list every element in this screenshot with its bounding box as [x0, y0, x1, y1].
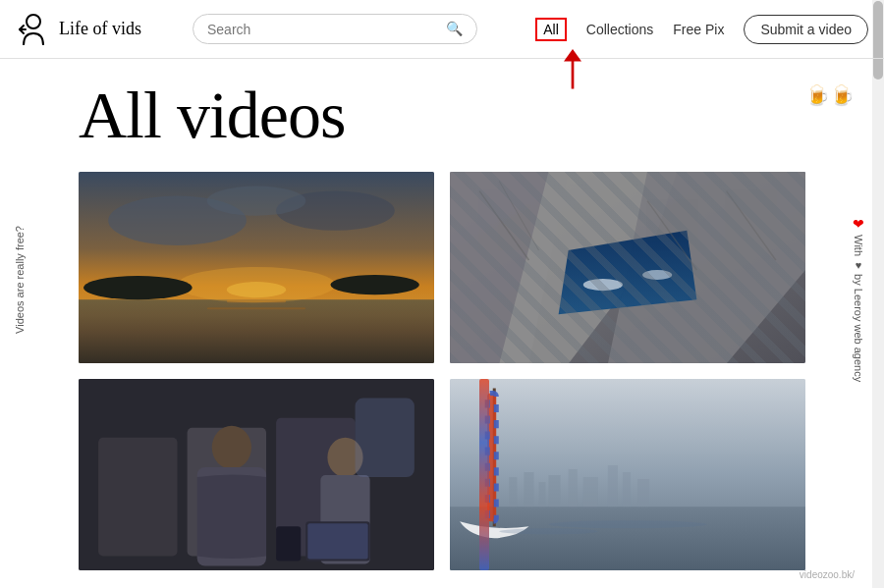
page-title: All videos [79, 79, 805, 152]
svg-rect-7 [227, 299, 286, 302]
svg-marker-16 [499, 172, 677, 363]
svg-rect-38 [450, 507, 805, 570]
svg-rect-14 [450, 172, 805, 363]
svg-rect-40 [524, 472, 533, 507]
main-nav: All Collections Free Pix Submit a video [535, 15, 868, 44]
svg-rect-36 [356, 398, 414, 476]
svg-rect-43 [569, 469, 578, 507]
search-input[interactable] [207, 22, 440, 37]
header: Life of vids 🔍 All Collections Free Pix … [0, 0, 884, 59]
logo-icon [16, 12, 51, 47]
svg-marker-2 [564, 49, 581, 62]
nav-all[interactable]: All [535, 18, 567, 41]
svg-line-21 [647, 200, 696, 269]
svg-point-51 [549, 520, 707, 528]
nav-free-pix[interactable]: Free Pix [673, 22, 724, 37]
svg-point-10 [330, 275, 419, 294]
video-card-sailing[interactable] [450, 379, 805, 570]
arrow-icon [558, 49, 587, 93]
svg-line-19 [479, 190, 528, 259]
svg-rect-42 [549, 475, 561, 507]
sidebar-right-text: ❤ With ♥ by Leeroy web agency [851, 216, 866, 382]
scrollbar[interactable] [872, 0, 884, 588]
video-card-rocks[interactable] [450, 172, 805, 363]
svg-point-0 [27, 15, 40, 28]
svg-rect-41 [539, 482, 546, 507]
logo-link[interactable]: Life of vids [16, 12, 173, 47]
svg-rect-35 [276, 526, 301, 561]
beer-icons: 🍺🍺 [805, 83, 855, 107]
video-thumb-plane [79, 379, 434, 570]
svg-point-13 [207, 186, 306, 215]
video-thumb-sailing [450, 379, 805, 570]
sailing-image [450, 379, 805, 570]
plane-image [79, 379, 434, 570]
search-icon: 🔍 [446, 21, 463, 37]
svg-line-22 [727, 190, 776, 259]
video-thumb-ocean [79, 172, 434, 363]
arrow-annotation [558, 49, 587, 93]
svg-point-23 [583, 279, 623, 291]
svg-marker-18 [559, 231, 697, 314]
video-thumb-rocks [450, 172, 805, 363]
svg-rect-26 [98, 438, 177, 557]
video-grid [0, 162, 884, 580]
svg-point-29 [212, 426, 251, 469]
svg-rect-45 [608, 465, 618, 507]
watermark-text: videozoo.bk/ [800, 569, 855, 580]
svg-point-52 [499, 528, 598, 534]
video-card-plane[interactable] [79, 379, 434, 570]
svg-rect-8 [207, 307, 306, 309]
svg-rect-34 [307, 523, 367, 559]
svg-point-9 [83, 276, 193, 299]
logo-text: Life of vids [59, 19, 141, 39]
svg-point-6 [227, 282, 286, 297]
rocks-image [450, 172, 805, 363]
sidebar-left-text: Videos are really free? [14, 226, 26, 334]
svg-rect-46 [623, 472, 631, 507]
ocean-image [79, 172, 434, 363]
page-title-section: All videos [0, 59, 884, 162]
svg-rect-47 [637, 479, 649, 507]
svg-rect-44 [583, 477, 598, 507]
svg-line-20 [499, 181, 538, 249]
submit-video-button[interactable]: Submit a video [744, 15, 868, 44]
nav-collections[interactable]: Collections [586, 22, 653, 37]
heart-icon: ❤ [851, 216, 866, 232]
svg-point-24 [642, 270, 672, 280]
video-card-ocean[interactable] [79, 172, 434, 363]
svg-marker-15 [450, 172, 569, 363]
search-bar[interactable]: 🔍 [193, 14, 477, 44]
svg-marker-17 [608, 172, 805, 363]
svg-rect-39 [509, 477, 517, 507]
